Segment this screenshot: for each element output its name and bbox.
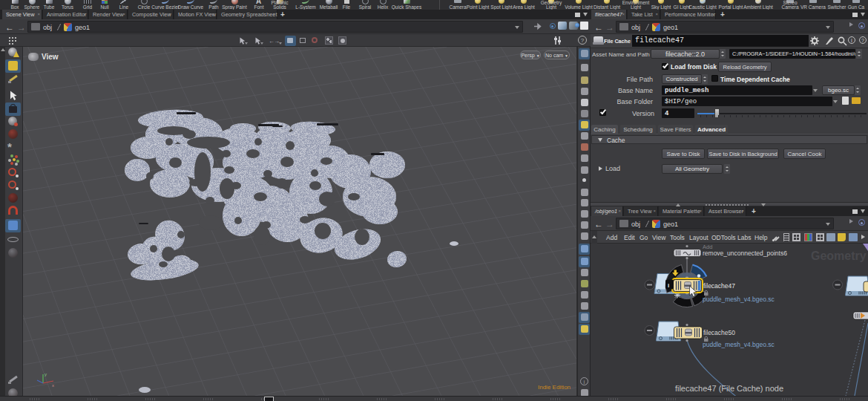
svg-text:y: y	[45, 372, 47, 376]
svg-text:puddle_mesh_v4.bgeo.sc: puddle_mesh_v4.bgeo.sc	[703, 296, 775, 303]
svg-text:x: x	[52, 383, 54, 388]
svg-text:filecache47 (File Cache) node: filecache47 (File Cache) node	[675, 384, 783, 393]
svg-text:i: i	[668, 282, 669, 289]
svg-text:filecache50: filecache50	[703, 329, 735, 336]
svg-text:filecache47: filecache47	[703, 282, 735, 290]
svg-text:remove_unconnected_points6: remove_unconnected_points6	[703, 250, 787, 257]
svg-text:puddle_mesh_v4.bgeo.sc: puddle_mesh_v4.bgeo.sc	[703, 341, 775, 348]
svg-text:Geometry: Geometry	[811, 250, 867, 262]
